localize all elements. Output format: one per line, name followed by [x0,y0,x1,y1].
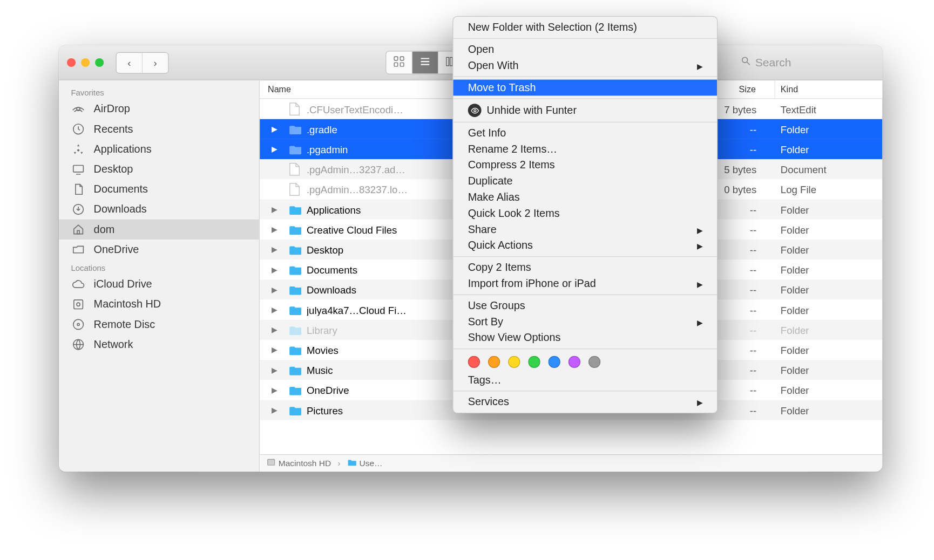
svg-rect-26 [77,230,79,234]
sidebar-group-header: Locations [59,259,259,274]
svg-point-22 [77,149,79,152]
disclosure-triangle-icon[interactable] [260,245,289,254]
sidebar-item-recents[interactable]: Recents [59,119,259,139]
svg-rect-27 [74,300,83,309]
disk-icon [267,457,276,469]
menu-item[interactable]: Compress 2 Items [453,157,717,173]
menu-item[interactable]: Show View Options [453,330,717,346]
tag-color[interactable] [528,356,540,368]
airdrop-icon [71,101,85,116]
svg-point-33 [473,110,476,112]
sidebar-item-remote-disc[interactable]: Remote Disc [59,315,259,334]
tag-color[interactable] [508,356,520,368]
disclosure-triangle-icon[interactable] [260,325,289,334]
back-button[interactable]: ‹ [117,52,143,72]
sidebar: FavoritesAirDropRecentsApplicationsDeskt… [59,80,260,472]
menu-item[interactable]: Tags… [453,372,717,388]
menu-item-label: Open [468,44,495,56]
disclosure-triangle-icon[interactable] [260,225,289,234]
menu-item[interactable]: New Folder with Selection (2 Items) [453,19,717,36]
sidebar-item-onedrive[interactable]: OneDrive [59,240,259,259]
downloads-icon [71,202,85,216]
menu-item[interactable]: Rename 2 Items… [453,141,717,158]
sidebar-item-airdrop[interactable]: AirDrop [59,99,259,119]
list-view-button[interactable] [412,51,438,73]
menu-item[interactable]: Duplicate [453,173,717,189]
folder-icon [289,204,307,215]
col-kind[interactable]: Kind [775,80,882,98]
disclosure-triangle-icon[interactable] [260,265,289,274]
menu-item[interactable]: Sort By [453,314,717,330]
forward-button[interactable]: › [143,52,168,72]
sidebar-item-applications[interactable]: Applications [59,139,259,159]
file-kind: Folder [775,344,882,356]
disclosure-triangle-icon[interactable] [260,285,289,294]
sidebar-item-icloud-drive[interactable]: iCloud Drive [59,274,259,294]
sidebar-item-label: OneDrive [94,243,139,255]
disclosure-triangle-icon[interactable] [260,145,289,153]
icon-view-button[interactable] [386,51,412,73]
file-kind: Folder [775,304,882,316]
sidebar-item-label: dom [94,223,115,235]
svg-rect-3 [400,63,404,66]
folder-icon [289,304,307,315]
sidebar-item-documents[interactable]: Documents [59,179,259,199]
minimize-window-button[interactable] [81,58,90,67]
sidebar-item-downloads[interactable]: Downloads [59,200,259,220]
close-window-button[interactable] [67,58,76,67]
file-kind: Folder [775,324,882,336]
disclosure-triangle-icon[interactable] [260,305,289,314]
menu-item[interactable]: Open With [453,58,717,74]
disclosure-triangle-icon[interactable] [260,406,289,414]
svg-rect-1 [400,57,404,60]
tag-color[interactable] [588,356,600,368]
menu-item-label: Duplicate [468,175,513,187]
document-icon [289,183,307,196]
menu-item[interactable]: Get Info [453,125,717,141]
menu-item-label: Quick Actions [468,240,533,251]
file-kind: Folder [775,204,882,215]
path-separator-icon [335,459,343,468]
sidebar-item-dom[interactable]: dom [59,220,259,240]
home-icon [71,222,85,237]
sidebar-item-desktop[interactable]: Desktop [59,159,259,179]
menu-item[interactable]: Quick Actions [453,237,717,254]
menu-item[interactable]: Make Alias [453,189,717,206]
sidebar-item-label: Network [94,338,133,350]
path-segment[interactable]: Use… [347,457,382,469]
tag-color[interactable] [468,356,480,368]
menu-item-label: Compress 2 Items [468,159,555,171]
disclosure-triangle-icon[interactable] [260,205,289,214]
menu-item[interactable]: Copy 2 Items [453,259,717,276]
menu-item[interactable]: Move to Trash [453,80,717,96]
path-segment[interactable]: Macintosh HD [267,457,331,469]
search-field[interactable]: Search [740,56,874,70]
menu-item[interactable]: Services [453,394,717,410]
submenu-arrow-icon [697,223,702,235]
disclosure-triangle-icon[interactable] [260,386,289,394]
file-kind: Folder [775,405,882,416]
eye-icon [468,104,482,117]
context-menu: New Folder with Selection (2 Items)OpenO… [452,16,718,414]
sidebar-item-label: Downloads [94,203,147,215]
disclosure-triangle-icon[interactable] [260,125,289,133]
sidebar-item-network[interactable]: Network [59,334,259,354]
zoom-window-button[interactable] [95,58,104,67]
sidebar-item-label: Documents [94,183,148,195]
menu-item[interactable]: Open [453,42,717,58]
tag-color[interactable] [568,356,580,368]
menu-item[interactable]: Unhide with Funter [453,101,717,119]
document-icon [289,103,307,116]
tag-color[interactable] [488,356,500,368]
menu-item-label: Import from iPhone or iPad [468,278,596,290]
tag-color[interactable] [549,356,560,368]
menu-item[interactable]: Quick Look 2 Items [453,206,717,222]
disclosure-triangle-icon[interactable] [260,366,289,374]
menu-item[interactable]: Import from iPhone or iPad [453,276,717,292]
menu-item[interactable]: Use Groups [453,298,717,314]
folder-icon [289,224,307,235]
sidebar-item-macintosh-hd[interactable]: Macintosh HD [59,295,259,315]
menu-item-label: Open With [468,59,519,71]
menu-item[interactable]: Share [453,221,717,237]
disclosure-triangle-icon[interactable] [260,345,289,354]
